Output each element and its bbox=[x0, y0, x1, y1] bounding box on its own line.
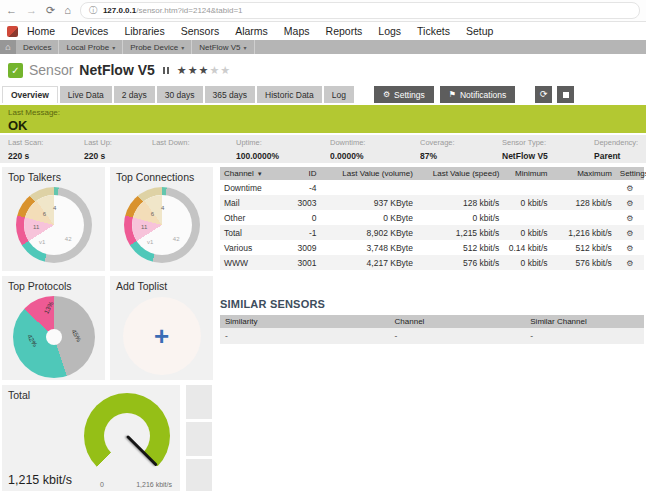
stat-value: Parent bbox=[594, 151, 638, 161]
settings-button[interactable]: ⚙ Settings bbox=[374, 86, 434, 103]
last-message-banner: Last Message: OK bbox=[0, 105, 646, 133]
top-connections-tile[interactable]: Top Connections 11 6 4 v1 42 bbox=[110, 167, 213, 271]
slice-label: 6 bbox=[43, 211, 46, 217]
breadcrumb-home-icon[interactable]: ⌂ bbox=[0, 40, 16, 54]
column-header-channel[interactable]: Channel▼ bbox=[220, 167, 284, 180]
stat-label: Coverage: bbox=[420, 138, 502, 147]
stat-cell: Coverage:87% bbox=[420, 138, 502, 163]
total-gauge-tile[interactable]: Total 1,215 kbit/s 0 1,216 kbit/s bbox=[2, 385, 180, 491]
breadcrumb-item-devices[interactable]: Devices bbox=[16, 40, 59, 54]
channel-settings-icon[interactable]: ⚙ bbox=[626, 229, 633, 238]
menu-item-devices[interactable]: Devices bbox=[71, 25, 108, 37]
top-talkers-tile[interactable]: Top Talkers 11 6 4 v1 42 bbox=[2, 167, 105, 271]
url-host: 127.0.0.1 bbox=[103, 6, 136, 15]
channel-settings-icon[interactable]: ⚙ bbox=[626, 199, 633, 208]
cell-volume: 937 KByte bbox=[320, 195, 416, 210]
table-row[interactable]: Various30093,748 KByte512 kbit/s0.14 kbi… bbox=[220, 240, 644, 255]
star-icon[interactable]: ★ bbox=[188, 64, 199, 76]
column-header-maximum[interactable]: Maximum bbox=[552, 167, 616, 180]
tab-live-data[interactable]: Live Data bbox=[60, 86, 112, 103]
column-header-last-value-speed[interactable]: Last Value (speed) bbox=[417, 167, 503, 180]
back-icon[interactable]: ← bbox=[6, 5, 17, 16]
similar-table-body: --- bbox=[220, 328, 644, 344]
column-header-similar-channel[interactable]: Similar Channel bbox=[525, 315, 644, 328]
cell-channel: WWW bbox=[220, 255, 284, 270]
address-bar[interactable]: ⓘ 127.0.0.1/sensor.htm?id=2124&tabid=1 bbox=[80, 2, 640, 19]
column-header-last-value-volume[interactable]: Last Value (volume) bbox=[320, 167, 416, 180]
tab-365-days[interactable]: 365 days bbox=[205, 86, 256, 103]
tab-log[interactable]: Log bbox=[324, 86, 354, 103]
menu-item-libraries[interactable]: Libraries bbox=[124, 25, 164, 37]
stop-button[interactable] bbox=[557, 86, 574, 103]
stat-cell: Last Up:220 s bbox=[84, 138, 152, 163]
breadcrumb-item-local-probe[interactable]: Local Probe▾ bbox=[59, 40, 123, 54]
cell-max: 128 kbit/s bbox=[552, 195, 616, 210]
stat-label: Last Down: bbox=[152, 138, 236, 147]
table-row[interactable]: Total-18,902 KByte1,215 kbit/s0 kbit/s1,… bbox=[220, 225, 644, 240]
column-header-id[interactable]: ID bbox=[284, 167, 320, 180]
gauge-min-label: 0 bbox=[100, 481, 104, 488]
menu-item-setup[interactable]: Setup bbox=[466, 25, 493, 37]
breadcrumb: ⌂ DevicesLocal Probe▾Probe Device▾NetFlo… bbox=[0, 40, 646, 54]
menu-item-home[interactable]: Home bbox=[27, 25, 55, 37]
pause-icon[interactable] bbox=[163, 67, 169, 74]
add-toplist-button[interactable]: + bbox=[123, 297, 201, 375]
last-message-label: Last Message: bbox=[8, 108, 638, 117]
stat-cell: Last Scan:220 s bbox=[8, 138, 84, 163]
star-icon[interactable]: ★ bbox=[209, 64, 220, 76]
breadcrumb-item-netflow-v5[interactable]: NetFlow V5▾ bbox=[192, 40, 254, 54]
home-icon[interactable]: ⌂ bbox=[64, 5, 71, 16]
tab-2-days[interactable]: 2 days bbox=[114, 86, 155, 103]
main-menu: HomeDevicesLibrariesSensorsAlarmsMapsRep… bbox=[0, 22, 646, 40]
menu-item-tickets[interactable]: Tickets bbox=[417, 25, 450, 37]
menu-item-logs[interactable]: Logs bbox=[378, 25, 401, 37]
breadcrumb-item-probe-device[interactable]: Probe Device▾ bbox=[123, 40, 192, 54]
tab-30-days[interactable]: 30 days bbox=[157, 86, 203, 103]
site-info-icon[interactable]: ⓘ bbox=[89, 5, 97, 16]
total-gauge-chart bbox=[84, 393, 170, 479]
menu-item-alarms[interactable]: Alarms bbox=[235, 25, 268, 37]
slice-label: 11 bbox=[141, 224, 147, 230]
star-icon[interactable]: ★ bbox=[199, 64, 210, 76]
cell-channel: Total bbox=[220, 225, 284, 240]
table-row[interactable]: Downtime-4⚙ bbox=[220, 180, 644, 195]
cell-volume: 8,902 KByte bbox=[320, 225, 416, 240]
prtg-sensor-page: ← → ⟳ ⌂ ⓘ 127.0.0.1/sensor.htm?id=2124&t… bbox=[0, 0, 646, 500]
menu-item-maps[interactable]: Maps bbox=[284, 25, 310, 37]
priority-stars[interactable]: ★★★★★ bbox=[177, 64, 231, 77]
menu-item-sensors[interactable]: Sensors bbox=[181, 25, 220, 37]
cell: - bbox=[390, 328, 526, 344]
forward-icon[interactable]: → bbox=[26, 5, 37, 16]
channel-settings-icon[interactable]: ⚙ bbox=[626, 244, 633, 253]
mini-tiles bbox=[186, 385, 212, 491]
status-badge: OK bbox=[8, 118, 638, 133]
refresh-icon[interactable]: ⟳ bbox=[46, 5, 55, 16]
url-path: /sensor.htm?id=2124&tabid=1 bbox=[136, 6, 242, 15]
menu-item-reports[interactable]: Reports bbox=[326, 25, 363, 37]
cell: - bbox=[220, 328, 390, 344]
table-row[interactable]: Mail3003937 KByte128 kbit/s0 kbit/s128 k… bbox=[220, 195, 644, 210]
table-row[interactable]: Other00 KByte0 kbit/s⚙ bbox=[220, 210, 644, 225]
notifications-button[interactable]: ⚑ Notifications bbox=[440, 86, 515, 103]
tab-overview[interactable]: Overview bbox=[2, 86, 58, 103]
stat-cell: Downtime:0.0000% bbox=[330, 138, 420, 163]
top-protocols-tile[interactable]: Top Protocols 45% 42% 13% bbox=[2, 276, 105, 380]
tab-historic-data[interactable]: Historic Data bbox=[257, 86, 322, 103]
channel-settings-icon[interactable]: ⚙ bbox=[626, 259, 633, 268]
refresh-now-button[interactable]: ⟳ bbox=[535, 86, 552, 103]
channel-settings-icon[interactable]: ⚙ bbox=[626, 184, 633, 193]
stat-label: Sensor Type: bbox=[502, 138, 594, 147]
column-header-minimum[interactable]: Minimum bbox=[503, 167, 551, 180]
mini-tile bbox=[186, 459, 212, 491]
stop-icon bbox=[563, 92, 569, 98]
table-row[interactable]: WWW30014,217 KByte576 kbit/s0 kbit/s576 … bbox=[220, 255, 644, 270]
star-icon[interactable]: ★ bbox=[177, 64, 188, 76]
cell-min: 0 kbit/s bbox=[503, 255, 551, 270]
column-header-channel[interactable]: Channel bbox=[390, 315, 526, 328]
star-icon[interactable]: ★ bbox=[220, 64, 231, 76]
stat-value: 220 s bbox=[84, 151, 152, 161]
cell-id: 3003 bbox=[284, 195, 320, 210]
column-header-similarity[interactable]: Similarity bbox=[220, 315, 390, 328]
add-toplist-tile[interactable]: Add Toplist + bbox=[110, 276, 213, 380]
channel-settings-icon[interactable]: ⚙ bbox=[626, 214, 633, 223]
